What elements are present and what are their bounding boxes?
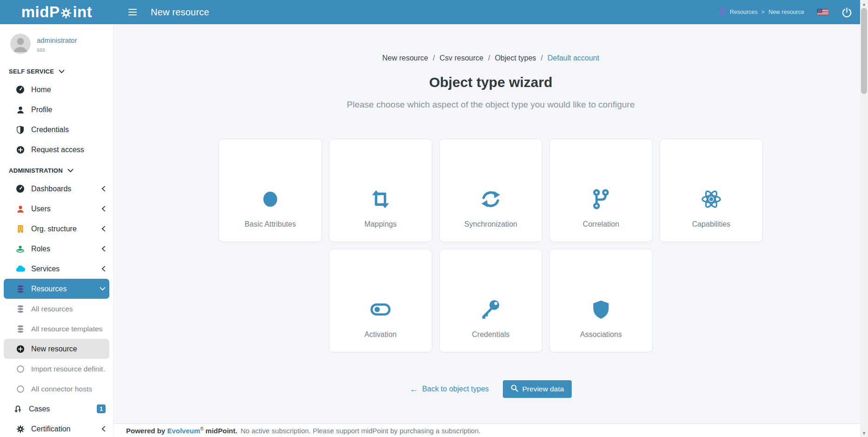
sidebar-item-roles[interactable]: Roles: [0, 239, 113, 259]
sidebar-item-new-resource[interactable]: New resource: [4, 339, 109, 359]
tile-basic-attributes[interactable]: Basic Attributes: [219, 139, 322, 242]
sidebar-item-label: Users: [31, 205, 51, 213]
sidebar-item-dashboards[interactable]: Dashboards: [0, 179, 113, 199]
tile-label: Activation: [364, 330, 396, 339]
tile-mappings[interactable]: Mappings: [329, 139, 432, 242]
tile-label: Capabilities: [692, 220, 731, 229]
tachometer-icon: [15, 184, 25, 193]
section-self-service-label: SELF SERVICE: [9, 68, 54, 75]
preview-data-button[interactable]: Preview data: [503, 380, 572, 398]
breadcrumb-separator: /: [541, 54, 543, 62]
tile-label: Associations: [580, 330, 622, 339]
chevron-left-icon: [101, 186, 106, 192]
sidebar-item-certification[interactable]: Certification: [0, 419, 113, 437]
back-link-label: Back to object types: [422, 385, 489, 393]
tile-label: Correlation: [583, 220, 619, 229]
tile-capabilities[interactable]: Capabilities: [660, 139, 763, 242]
sidebar-item-org-structure[interactable]: Org. structure: [0, 219, 113, 239]
topbar-breadcrumb-resources[interactable]: Resources: [730, 9, 758, 15]
chevron-left-icon: [101, 226, 106, 232]
tile-correlation[interactable]: Correlation: [549, 139, 653, 242]
plus-circle-icon: [15, 146, 25, 154]
sidebar-item-profile[interactable]: Profile: [0, 100, 113, 120]
chevron-left-icon: [101, 246, 106, 252]
language-flag-icon[interactable]: [817, 9, 828, 15]
sidebar-item-label: Credentials: [31, 126, 69, 134]
wizard-breadcrumb: New resource / Csv resource / Object typ…: [382, 54, 599, 62]
logo-text-right: int: [73, 3, 92, 21]
database-icon: [15, 325, 25, 333]
sidebar-item-cases[interactable]: Cases 1: [0, 399, 113, 419]
sidebar-item-credentials[interactable]: Credentials: [0, 120, 113, 140]
evolveum-link[interactable]: Evolveum: [167, 427, 200, 435]
breadcrumb-object-types[interactable]: Object types: [495, 54, 536, 62]
hamburger-menu-icon[interactable]: [122, 0, 143, 24]
tile-label: Basic Attributes: [245, 220, 296, 229]
sidebar-item-request-access[interactable]: Request access: [0, 140, 113, 160]
sidebar-item-label: Import resource definit…: [31, 365, 106, 373]
avatar[interactable]: [10, 34, 31, 54]
preview-button-label: Preview data: [522, 385, 564, 393]
wizard-subtitle: Please choose which aspect of the object…: [347, 100, 635, 110]
tile-synchronization[interactable]: Synchronization: [439, 139, 542, 242]
powered-by-text: Powered by: [126, 427, 165, 435]
scroll-down-arrow-icon[interactable]: ▼: [860, 429, 868, 437]
toggle-icon: [369, 249, 392, 320]
building-icon: [15, 225, 25, 233]
midpoint-text: midPoint.: [206, 427, 237, 435]
tile-label: Credentials: [472, 330, 510, 339]
user-role: sss: [37, 47, 77, 53]
sidebar-item-label: Home: [31, 86, 51, 94]
scrollbar-thumb[interactable]: [861, 8, 867, 94]
user-icon: [15, 205, 25, 213]
sidebar-item-label: Resources: [31, 285, 67, 293]
cloud-icon: [15, 265, 25, 272]
certification-rosette-icon: [15, 425, 25, 433]
back-to-object-types-link[interactable]: ← Back to object types: [410, 384, 489, 394]
logo-text-left: midP: [21, 3, 60, 21]
breadcrumb-csv-resource[interactable]: Csv resource: [440, 54, 483, 62]
arrow-left-icon: ←: [410, 384, 418, 394]
section-administration[interactable]: ADMINISTRATION: [0, 160, 113, 179]
logout-power-icon[interactable]: [841, 7, 852, 18]
sidebar-item-resources[interactable]: Resources: [4, 279, 109, 299]
sidebar-item-label: All resource templates: [31, 325, 102, 333]
midpoint-logo[interactable]: midP int: [0, 3, 114, 21]
breadcrumb-separator: /: [433, 54, 434, 62]
database-icon: [15, 285, 25, 293]
atom-icon: [701, 139, 722, 210]
chevron-left-icon: [101, 206, 106, 212]
sidebar-item-services[interactable]: Services: [0, 259, 113, 279]
cases-icon: [13, 404, 23, 413]
tile-credentials[interactable]: Credentials: [439, 249, 542, 352]
role-user-ring-icon: [15, 245, 25, 253]
sidebar-item-import-resource-definition[interactable]: Import resource definit…: [0, 359, 113, 379]
user-icon: [15, 106, 25, 114]
chevron-down-icon: [59, 68, 65, 75]
sidebar-item-label: Roles: [31, 245, 50, 253]
footer: Powered by Evolveum® midPoint.No active …: [114, 424, 868, 437]
topbar-breadcrumb: Resources > New resource: [719, 8, 804, 16]
circle-outline-icon: [15, 385, 25, 393]
sidebar: administrator sss SELF SERVICE Home Prof…: [0, 24, 114, 437]
chevron-left-icon: [101, 426, 106, 432]
breadcrumb-new-resource[interactable]: New resource: [382, 54, 428, 62]
tachometer-icon: [15, 85, 25, 94]
tile-associations[interactable]: Associations: [549, 249, 653, 352]
plus-circle-icon: [15, 345, 25, 353]
section-self-service[interactable]: SELF SERVICE: [0, 61, 113, 80]
vertical-scrollbar[interactable]: ▲ ▼: [860, 0, 868, 437]
user-name-link[interactable]: administrator: [37, 36, 77, 44]
sidebar-item-all-connector-hosts[interactable]: All connector hosts: [0, 379, 113, 399]
shield-half-icon: [15, 126, 25, 134]
shield-icon: [591, 249, 611, 320]
breadcrumb-default-account[interactable]: Default account: [548, 54, 599, 62]
tile-activation[interactable]: Activation: [329, 249, 432, 352]
topbar-breadcrumb-new-resource[interactable]: New resource: [768, 9, 804, 15]
sidebar-item-home[interactable]: Home: [0, 80, 113, 100]
sidebar-item-all-resource-templates[interactable]: All resource templates: [0, 319, 113, 339]
circle-outline-icon: [15, 365, 25, 373]
scroll-up-arrow-icon[interactable]: ▲: [860, 0, 868, 8]
sidebar-item-users[interactable]: Users: [0, 199, 113, 219]
sidebar-item-all-resources[interactable]: All resources: [0, 299, 113, 319]
